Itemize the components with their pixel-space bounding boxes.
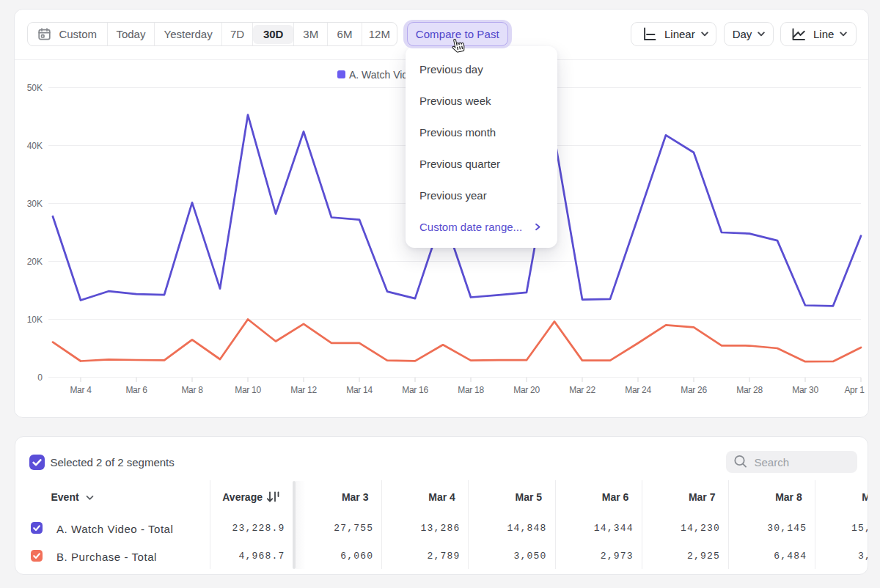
svg-text:Mar 12: Mar 12 — [290, 385, 317, 395]
svg-text:0: 0 — [37, 372, 43, 383]
svg-text:50K: 50K — [27, 83, 43, 93]
svg-text:10K: 10K — [27, 315, 43, 325]
svg-text:Mar 10: Mar 10 — [235, 385, 261, 395]
svg-text:Mar 14: Mar 14 — [346, 385, 373, 395]
svg-text:Apr 1: Apr 1 — [844, 385, 865, 395]
svg-text:Mar 8: Mar 8 — [181, 385, 203, 395]
svg-text:Mar 28: Mar 28 — [736, 385, 763, 395]
svg-text:20K: 20K — [27, 257, 43, 267]
svg-text:Mar 22: Mar 22 — [569, 385, 595, 395]
svg-text:Mar 16: Mar 16 — [402, 385, 428, 395]
svg-text:Mar 24: Mar 24 — [625, 385, 651, 395]
svg-text:Mar 6: Mar 6 — [125, 385, 147, 395]
svg-text:40K: 40K — [27, 141, 43, 151]
svg-text:Mar 26: Mar 26 — [681, 385, 707, 395]
svg-text:Mar 18: Mar 18 — [458, 385, 484, 395]
svg-text:Mar 4: Mar 4 — [70, 385, 92, 395]
svg-text:Mar 30: Mar 30 — [792, 385, 818, 395]
svg-text:30K: 30K — [27, 199, 43, 209]
svg-text:Mar 20: Mar 20 — [513, 385, 540, 395]
